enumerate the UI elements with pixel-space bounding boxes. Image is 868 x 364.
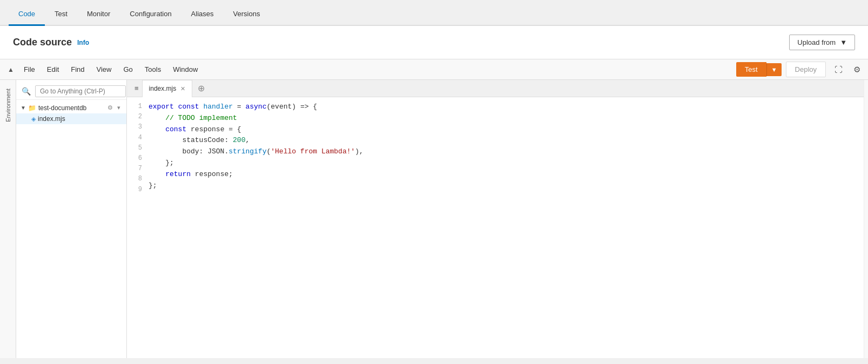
line-numbers: 1 2 3 4 5 6 7 8 9 xyxy=(127,97,149,358)
tab-aliases[interactable]: Aliases xyxy=(181,3,224,26)
fullscreen-icon[interactable]: ⛶ xyxy=(831,63,846,76)
test-button-group: Test ▼ xyxy=(736,62,782,77)
upload-from-button[interactable]: Upload from ▼ xyxy=(789,35,855,50)
folder-chevron: ▼ xyxy=(21,105,26,111)
file-item-index-mjs[interactable]: ◈ index.mjs xyxy=(16,113,126,124)
code-source-label: Code source xyxy=(13,37,72,48)
collapse-button[interactable]: ▲ xyxy=(4,64,17,76)
tabs-list-icon[interactable]: ≡ xyxy=(131,82,142,95)
test-dropdown-button[interactable]: ▼ xyxy=(766,63,782,76)
menu-find[interactable]: Find xyxy=(65,62,90,77)
folder-name: test-documentdb xyxy=(38,104,86,112)
upload-from-label: Upload from xyxy=(797,38,836,46)
menu-window[interactable]: Window xyxy=(167,62,203,77)
menu-file[interactable]: File xyxy=(18,62,41,77)
folder-item[interactable]: ▼ 📁 test-documentdb ⚙ ▾ xyxy=(16,102,126,113)
folder-more-icon[interactable]: ▾ xyxy=(116,104,122,112)
code-editor-area: ≡ index.mjs ✕ ⊕ 1 2 3 4 5 6 7 8 9 export… xyxy=(127,80,864,358)
settings-icon[interactable]: ⚙ xyxy=(850,63,864,77)
editor-main: Environment 🔍 ▼ 📁 test-documentdb ⚙ ▾ ◈ … xyxy=(0,80,868,358)
search-area: 🔍 xyxy=(16,83,126,100)
tab-configuration[interactable]: Configuration xyxy=(120,3,181,26)
code-source-header: Code source Info Upload from ▼ xyxy=(0,26,868,59)
left-sidebar: Environment xyxy=(0,80,16,358)
test-button[interactable]: Test xyxy=(736,62,766,77)
file-icon: ◈ xyxy=(31,116,36,123)
tab-test[interactable]: Test xyxy=(45,3,77,26)
file-tree-panel: 🔍 ▼ 📁 test-documentdb ⚙ ▾ ◈ index.mjs xyxy=(16,80,127,358)
menu-view[interactable]: View xyxy=(91,62,117,77)
right-gutter xyxy=(864,80,868,358)
deploy-button[interactable]: Deploy xyxy=(786,62,826,77)
folder-icon: 📁 xyxy=(28,104,36,112)
editor-tab-close-icon[interactable]: ✕ xyxy=(180,85,185,92)
editor-right-icons: ⛶ ⚙ xyxy=(831,63,864,77)
folder-actions: ⚙ ▾ xyxy=(106,104,122,112)
test-dropdown-icon: ▼ xyxy=(771,66,777,73)
code-source-title-group: Code source Info xyxy=(13,37,89,48)
file-name-index-mjs: index.mjs xyxy=(38,115,65,123)
menu-go[interactable]: Go xyxy=(118,62,138,77)
add-tab-icon[interactable]: ⊕ xyxy=(194,83,208,93)
editor-tabs-bar: ≡ index.mjs ✕ ⊕ xyxy=(127,80,864,97)
editor-tab-label: index.mjs xyxy=(149,85,177,92)
top-navigation: Code Test Monitor Configuration Aliases … xyxy=(0,0,868,26)
search-icon[interactable]: 🔍 xyxy=(21,86,32,97)
environment-label[interactable]: Environment xyxy=(3,84,14,126)
search-input[interactable] xyxy=(35,85,126,97)
menu-edit[interactable]: Edit xyxy=(42,62,64,77)
info-badge[interactable]: Info xyxy=(77,39,89,46)
folder-settings-icon[interactable]: ⚙ xyxy=(106,104,115,112)
code-content[interactable]: 1 2 3 4 5 6 7 8 9 export const handler =… xyxy=(127,97,864,358)
upload-from-dropdown-icon: ▼ xyxy=(840,38,847,46)
tab-code[interactable]: Code xyxy=(9,3,45,26)
editor-toolbar: ▲ File Edit Find View Go Tools Window Te… xyxy=(0,59,868,80)
tab-monitor[interactable]: Monitor xyxy=(77,3,120,26)
menu-tools[interactable]: Tools xyxy=(139,62,166,77)
code-lines[interactable]: export const handler = async(event) => {… xyxy=(149,97,864,358)
editor-tab-index-mjs[interactable]: index.mjs ✕ xyxy=(142,80,193,97)
tab-versions[interactable]: Versions xyxy=(224,3,270,26)
